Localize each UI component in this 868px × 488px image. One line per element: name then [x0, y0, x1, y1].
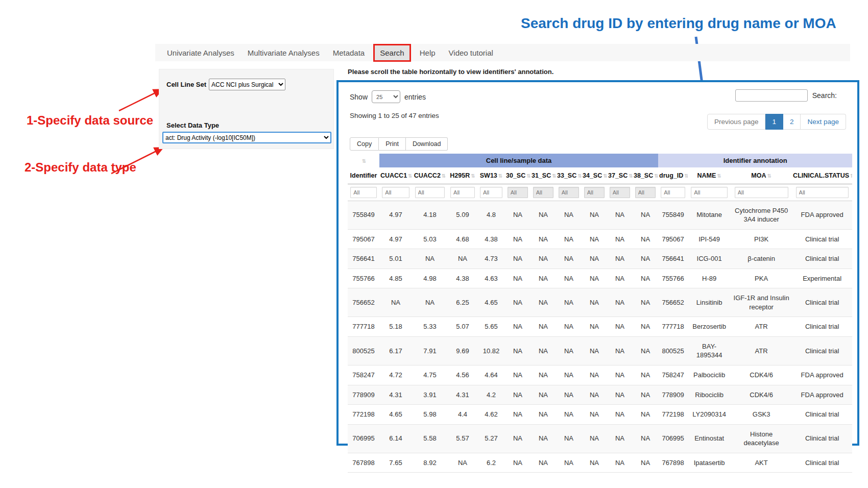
cell: NA: [505, 385, 531, 405]
column-header[interactable]: 30_SC⇅: [505, 167, 531, 184]
download-button[interactable]: Download: [406, 137, 448, 151]
sort-icon[interactable]: ⇅: [850, 173, 852, 179]
cell: NA: [633, 249, 658, 269]
cell: NA: [556, 249, 582, 269]
column-header[interactable]: NAME⇅: [688, 167, 731, 184]
tab-multivariate-analyses[interactable]: Multivariate Analyses: [241, 48, 326, 57]
column-header[interactable]: drug_ID⇅: [658, 167, 688, 184]
column-header[interactable]: 37_SC⇅: [607, 167, 633, 184]
column-filter-input[interactable]: [450, 187, 475, 198]
sort-icon[interactable]: ⇅: [442, 173, 446, 179]
cell: BAY-1895344: [688, 336, 731, 365]
column-header[interactable]: Identifier: [348, 167, 379, 184]
cell: NA: [531, 229, 556, 249]
sort-icon[interactable]: ⇅: [629, 173, 633, 179]
sort-icon[interactable]: ⇅: [526, 173, 531, 179]
page-2-button[interactable]: 2: [783, 114, 801, 130]
tab-help[interactable]: Help: [413, 48, 442, 57]
cell: Clinical trial: [792, 317, 852, 337]
column-filter-input[interactable]: [735, 187, 788, 198]
cell: 7.91: [412, 336, 448, 365]
cell: 6.17: [379, 336, 412, 365]
column-header[interactable]: CUACC2⇅: [412, 167, 448, 184]
column-filter-input[interactable]: [508, 187, 528, 198]
table-row: 7950674.975.034.684.38NANANANANANA795067…: [348, 229, 852, 249]
filter-cell: [633, 184, 658, 201]
annotation-step2: 2-Specify data type: [25, 160, 136, 175]
cell: 4.65: [379, 405, 412, 425]
sort-icon[interactable]: ⇅: [603, 173, 607, 179]
cell: NA: [531, 288, 556, 317]
tab-metadata[interactable]: Metadata: [326, 48, 372, 57]
column-filter-input[interactable]: [382, 187, 409, 198]
column-filter-input[interactable]: [635, 187, 656, 198]
filter-cell: [582, 184, 607, 201]
entries-per-page-select[interactable]: 25: [372, 90, 400, 103]
column-header[interactable]: SW13⇅: [477, 167, 505, 184]
sort-icon[interactable]: ⇅: [408, 173, 412, 179]
cell: NA: [556, 424, 582, 453]
column-header[interactable]: 34_SC⇅: [582, 167, 607, 184]
print-button[interactable]: Print: [379, 137, 406, 151]
cell: 758247: [348, 365, 379, 385]
sort-icon[interactable]: ⇅: [552, 173, 556, 179]
copy-button[interactable]: Copy: [350, 137, 379, 151]
table-search-input[interactable]: [735, 89, 808, 102]
tab-video-tutorial[interactable]: Video tutorial: [442, 48, 500, 57]
data-type-label: Select Data Type: [166, 121, 219, 129]
cell: Clinical trial: [792, 336, 852, 365]
filter-cell: [658, 184, 688, 201]
next-page-button[interactable]: Next page: [801, 114, 846, 130]
column-filter-input[interactable]: [350, 187, 377, 198]
sort-icon[interactable]: ⇅: [684, 173, 688, 179]
cell: NA: [505, 405, 531, 425]
cell: PKA: [731, 269, 792, 288]
column-filter-input[interactable]: [480, 187, 502, 198]
column-filter-input[interactable]: [691, 187, 728, 198]
cell: NA: [531, 249, 556, 269]
column-header[interactable]: 33_SC⇅: [556, 167, 582, 184]
tab-search[interactable]: Search: [373, 44, 411, 62]
cell: NA: [607, 365, 633, 385]
sort-icon[interactable]: ⇅: [471, 173, 475, 179]
column-filter-input[interactable]: [559, 187, 579, 198]
column-filter-input[interactable]: [584, 187, 605, 198]
column-header[interactable]: 38_SC⇅: [633, 167, 658, 184]
cell: 756652: [658, 288, 688, 317]
table-row: 7566415.01NANA4.73NANANANANANA756641ICG-…: [348, 249, 852, 269]
column-filter-input[interactable]: [661, 187, 685, 198]
cell: NA: [531, 385, 556, 405]
column-filter-input[interactable]: [415, 187, 445, 198]
data-type-select[interactable]: act: Drug Activity (-log10[IC50M]): [162, 132, 331, 143]
table-row: 7582474.724.754.564.64NANANANANANA758247…: [348, 365, 852, 385]
column-header[interactable]: H295R⇅: [448, 167, 477, 184]
sort-icon[interactable]: ⇅: [654, 173, 658, 179]
sort-icon[interactable]: ⇅: [498, 173, 502, 179]
cell: 6.25: [448, 288, 477, 317]
sort-icon[interactable]: ⇅: [717, 173, 721, 179]
sort-icon[interactable]: ⇅: [767, 173, 771, 179]
column-header[interactable]: CUACC1⇅: [379, 167, 412, 184]
cell-line-set-select[interactable]: ACC NCI plus Surgical: [209, 79, 285, 90]
cell: Clinical trial: [792, 453, 852, 473]
cell: 4.18: [412, 201, 448, 229]
table-row: 756652NANA6.254.65NANANANANANA756652Lins…: [348, 288, 852, 317]
cell: 4.97: [379, 229, 412, 249]
sort-icon[interactable]: ⇅: [577, 173, 582, 179]
tab-univariate-analyses[interactable]: Univariate Analyses: [160, 48, 241, 57]
cell: 4.8: [477, 201, 505, 229]
previous-page-button[interactable]: Previous page: [707, 114, 765, 130]
column-header[interactable]: MOA⇅: [731, 167, 792, 184]
cell: ATR: [731, 336, 792, 365]
sort-icon[interactable]: ⇅: [362, 158, 366, 164]
column-header[interactable]: 31_SC⇅: [531, 167, 556, 184]
column-header[interactable]: CLINICAL.STATUS⇅: [792, 167, 852, 184]
page-1-button[interactable]: 1: [765, 114, 783, 130]
cell: NA: [505, 288, 531, 317]
cell: 4.72: [379, 365, 412, 385]
column-filter-input[interactable]: [610, 187, 630, 198]
cell: 755849: [658, 201, 688, 229]
cell: NA: [633, 229, 658, 249]
column-filter-input[interactable]: [796, 187, 849, 198]
column-filter-input[interactable]: [533, 187, 553, 198]
